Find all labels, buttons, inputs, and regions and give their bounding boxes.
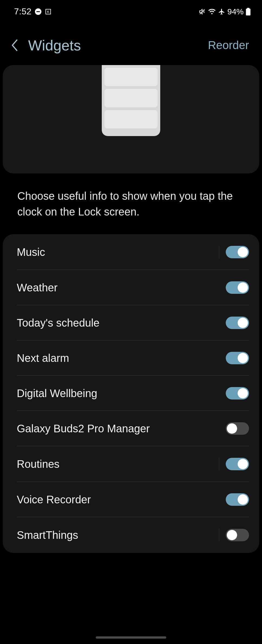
preview-widget-row: [104, 89, 158, 107]
svg-rect-6: [247, 8, 249, 9]
svg-rect-1: [37, 11, 40, 12]
dnd-icon: [35, 8, 42, 15]
airplane-icon: [218, 8, 225, 15]
preview-widget-row: [104, 110, 158, 128]
toggle-knob: [238, 353, 248, 363]
status-bar: 7:52 K 94%: [0, 0, 262, 19]
status-right: 94%: [199, 7, 251, 16]
nav-indicator: [96, 636, 166, 639]
widget-label: Weather: [17, 282, 57, 294]
description-text: Choose useful info to show when you tap …: [0, 173, 262, 234]
toggle-knob: [227, 530, 237, 540]
toggle-knob: [238, 318, 248, 328]
widget-label: Digital Wellbeing: [17, 387, 97, 400]
widget-row-right: [226, 281, 249, 294]
widget-toggle[interactable]: [226, 317, 249, 329]
toggle-knob: [227, 423, 237, 434]
widget-row[interactable]: Today's schedule: [3, 305, 259, 340]
toggle-knob: [238, 459, 248, 469]
toggle-knob: [238, 247, 248, 257]
page-title: Widgets: [28, 37, 81, 54]
widget-label: Routines: [17, 458, 60, 470]
toggle-knob: [238, 388, 248, 398]
battery-icon: [246, 8, 251, 15]
widget-toggle[interactable]: [226, 422, 249, 435]
widget-row-right: [226, 317, 249, 329]
preview-widget-row: [104, 68, 158, 86]
preview-phone-frame: [102, 65, 160, 136]
widget-row-right: [226, 493, 249, 506]
wifi-icon: [208, 8, 216, 15]
app-badge-icon: K: [45, 8, 51, 15]
widget-preview-card: [3, 65, 259, 173]
widget-toggle[interactable]: [226, 352, 249, 364]
widget-label: SmartThings: [17, 529, 78, 541]
header-left: Widgets: [9, 37, 81, 54]
widget-row[interactable]: Voice Recorder: [3, 482, 259, 517]
status-time: 7:52: [14, 7, 31, 17]
widget-toggle[interactable]: [226, 246, 249, 258]
widget-row-right: [226, 352, 249, 364]
widget-label: Galaxy Buds2 Pro Manager: [17, 423, 150, 435]
row-divider: [219, 458, 219, 471]
widget-row[interactable]: Next alarm: [3, 340, 259, 376]
chevron-left-icon: [11, 39, 18, 51]
widget-toggle[interactable]: [226, 281, 249, 294]
page-header: Widgets Reorder: [0, 19, 262, 62]
toggle-knob: [238, 282, 248, 293]
widget-toggle[interactable]: [226, 458, 249, 470]
widget-row-right: [226, 422, 249, 435]
widget-row[interactable]: Weather: [3, 270, 259, 305]
widget-row[interactable]: Music: [3, 234, 259, 270]
back-button[interactable]: [9, 40, 20, 51]
row-divider: [219, 246, 219, 259]
widget-toggle[interactable]: [226, 493, 249, 506]
widget-row[interactable]: Routines: [3, 446, 259, 482]
widget-row-right: [219, 458, 249, 471]
mute-icon: [199, 8, 206, 15]
toggle-knob: [238, 494, 248, 505]
row-divider: [219, 529, 219, 542]
widget-row-right: [219, 246, 249, 259]
widget-label: Next alarm: [17, 352, 69, 364]
widget-toggle[interactable]: [226, 387, 249, 400]
status-left: 7:52 K: [14, 7, 51, 17]
battery-percent: 94%: [227, 7, 244, 16]
widget-toggle[interactable]: [226, 529, 249, 541]
widget-label: Voice Recorder: [17, 494, 91, 506]
widget-label: Music: [17, 246, 45, 258]
svg-text:K: K: [47, 10, 50, 14]
widget-row[interactable]: Galaxy Buds2 Pro Manager: [3, 411, 259, 446]
widget-row-right: [219, 529, 249, 542]
widget-row-right: [226, 387, 249, 400]
widget-list: MusicWeatherToday's scheduleNext alarmDi…: [3, 234, 259, 553]
widget-row[interactable]: Digital Wellbeing: [3, 376, 259, 411]
svg-rect-5: [246, 8, 251, 15]
widget-row[interactable]: SmartThings: [3, 517, 259, 553]
reorder-button[interactable]: Reorder: [208, 39, 249, 52]
widget-label: Today's schedule: [17, 317, 100, 329]
